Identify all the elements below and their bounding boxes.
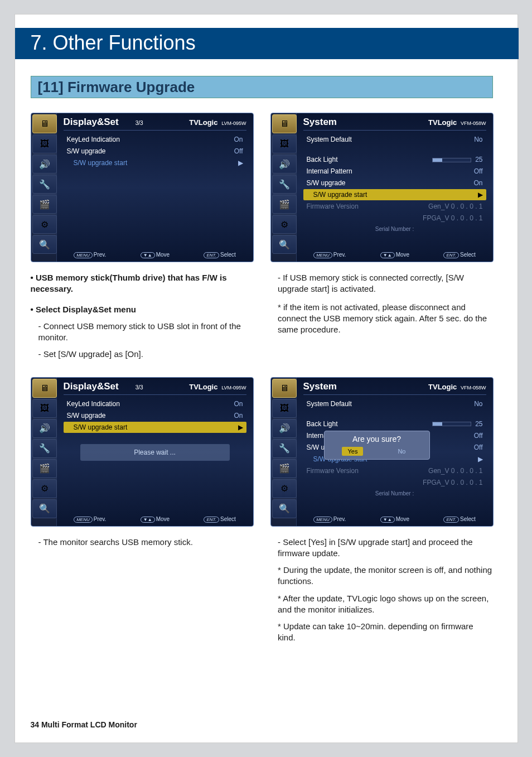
osd-footer: MENUPrev. ▼▲Move ENT.Select [297, 252, 493, 258]
confirm-dialog: Are you sure? Yes No [324, 431, 430, 460]
osd-tab-5: ⚙ [32, 215, 57, 234]
osd-item: System Default No [303, 398, 486, 409]
osd-tab-3: 🔧 [32, 175, 57, 194]
osd-tab-strip: 🖥🖼🔊🔧🎬⚙🔍 [31, 378, 57, 526]
osd-item: KeyLed Indication On [64, 134, 246, 145]
osd-tab-1: 🖼 [272, 399, 297, 418]
osd-item: S/W upgrade start ▶ [303, 189, 486, 200]
osd-tab-strip: 🖥🖼🔊🔧🎬⚙🔍 [271, 378, 297, 526]
osd-tab-1: 🖼 [32, 134, 57, 153]
osd-item: Firmware Version Gen_V 0 . 0 . 0 . 1 [303, 201, 486, 212]
osd-item: Back Light 25 [303, 418, 486, 430]
osd-tab-0: 🖥 [272, 114, 297, 133]
osd-item: S/W upgrade On [303, 177, 486, 189]
osd-tab-6: 🔍 [272, 499, 297, 518]
osd-item: System Default No [303, 134, 486, 145]
osd-item: Internal Pattern Off [303, 166, 486, 177]
osd-tab-5: ⚙ [272, 215, 297, 234]
osd-screenshot-c: 🖥🖼🔊🔧🎬⚙🔍 Display&Set3/3 TVLogic LVM-095W … [31, 377, 254, 527]
content: 🖥🖼🔊🔧🎬⚙🔍 Display&Set3/3 TVLogic LVM-095W … [31, 113, 493, 703]
section-title: [11] Firmware Upgrade [31, 76, 492, 96]
osd-tab-6: 🔍 [32, 235, 57, 254]
please-wait: Please wait ... [80, 444, 230, 461]
header-bar: 7. Other Functions [15, 28, 519, 59]
osd-tab-3: 🔧 [272, 439, 297, 458]
osd-tab-1: 🖼 [272, 134, 297, 153]
osd-item: FPGA_V 0 . 0 . 0 . 1 [303, 477, 486, 488]
osd-item: S/W upgrade On [64, 410, 246, 421]
osd-tab-4: 🎬 [272, 195, 297, 214]
osd-tab-strip: 🖥🖼🔊🔧🎬⚙🔍 [31, 113, 57, 262]
text-left-1: • USB memory stick(Thumb drive) that has… [31, 272, 254, 366]
osd-tab-2: 🔊 [272, 419, 297, 438]
osd-tab-2: 🔊 [272, 155, 297, 173]
osd-tab-6: 🔍 [32, 499, 57, 518]
osd-tab-5: ⚙ [272, 479, 297, 498]
text-left-2: - The monitor searchs USB memory stick. [31, 537, 254, 649]
page: 7. Other Functions [11] Firmware Upgrade… [14, 14, 518, 743]
text-right-2: - Select [Yes] in [S/W upgrade start] an… [270, 537, 493, 649]
dialog-no[interactable]: No [392, 447, 411, 456]
osd-item: S/W upgrade Off [64, 146, 246, 157]
osd-item: S/W upgrade start ▶ [64, 157, 246, 168]
osd-tab-4: 🎬 [272, 459, 297, 478]
text-right-1: - If USB memory stick is connected corre… [270, 272, 493, 366]
osd-tab-2: 🔊 [32, 419, 57, 438]
osd-footer: MENUPrev. ▼▲Move ENT.Select [297, 516, 493, 523]
osd-item: KeyLed Indication On [64, 398, 246, 409]
osd-item: S/W upgrade start ▶ [64, 422, 246, 433]
osd-tab-0: 🖥 [32, 379, 57, 398]
dialog-yes[interactable]: Yes [342, 447, 363, 456]
osd-footer: MENUPrev. ▼▲Move ENT.Select [57, 252, 253, 258]
osd-screenshot-d: 🖥🖼🔊🔧🎬⚙🔍 System TVLogic VFM-058W System D… [270, 377, 494, 527]
osd-screenshot-a: 🖥🖼🔊🔧🎬⚙🔍 Display&Set3/3 TVLogic LVM-095W … [31, 113, 254, 262]
osd-tab-4: 🎬 [32, 459, 57, 478]
section-bar: [11] Firmware Upgrade [31, 76, 493, 98]
osd-tab-2: 🔊 [32, 155, 57, 173]
dialog-title: Are you sure? [328, 435, 426, 443]
osd-tab-3: 🔧 [32, 439, 57, 458]
osd-tab-6: 🔍 [272, 235, 297, 254]
osd-tab-strip: 🖥🖼🔊🔧🎬⚙🔍 [271, 113, 297, 262]
osd-tab-3: 🔧 [272, 175, 297, 194]
osd-tab-0: 🖥 [32, 114, 57, 133]
chapter-title: 7. Other Functions [15, 28, 519, 55]
osd-screenshot-b: 🖥🖼🔊🔧🎬⚙🔍 System TVLogic VFM-058W System D… [270, 113, 494, 262]
osd-tab-4: 🎬 [32, 195, 57, 214]
osd-tab-1: 🖼 [32, 399, 57, 418]
osd-item: Firmware Version Gen_V 0 . 0 . 0 . 1 [303, 465, 486, 476]
osd-footer: MENUPrev. ▼▲Move ENT.Select [57, 516, 253, 523]
osd-item: Back Light 25 [303, 154, 486, 165]
osd-tab-0: 🖥 [272, 379, 297, 398]
osd-tab-5: ⚙ [32, 479, 57, 498]
osd-item: FPGA_V 0 . 0 . 0 . 1 [303, 213, 486, 224]
page-footer: 34 Multi Format LCD Monitor [31, 720, 137, 729]
